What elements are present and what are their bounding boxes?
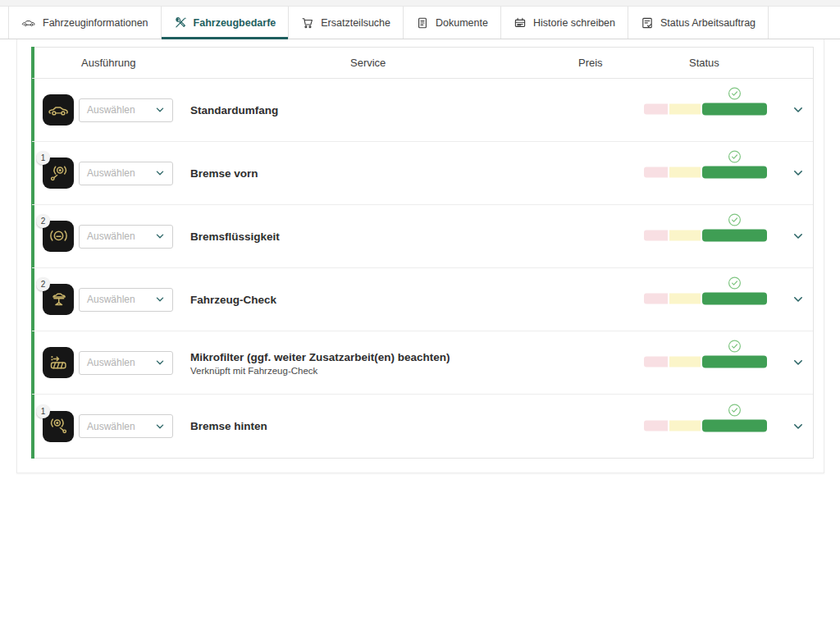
status-segment-green — [702, 230, 767, 242]
check-circle-icon — [728, 213, 742, 227]
brake-rear-icon — [48, 415, 70, 437]
status-segment-red — [644, 231, 668, 241]
service-icon-tile: 2 — [43, 221, 74, 252]
status-bar — [644, 419, 767, 431]
table-row: 1 Auswählen Bremse hinten — [32, 395, 813, 458]
select-placeholder: Auswählen — [87, 231, 155, 242]
column-header-ausfuehrung: Ausführung — [81, 48, 136, 79]
tab-fahrzeuginformationen[interactable]: Fahrzeuginformationen — [8, 7, 162, 39]
chevron-down-icon — [155, 231, 165, 241]
chevron-down-icon — [792, 357, 804, 368]
tab-label: Status Arbeitsauftrag — [660, 17, 756, 29]
select-placeholder: Auswählen — [87, 294, 155, 305]
count-badge: 2 — [36, 277, 50, 291]
ausfuehrung-select[interactable]: Auswählen — [79, 414, 173, 438]
select-placeholder: Auswählen — [87, 421, 155, 432]
status-segment-red — [644, 104, 668, 115]
table-header: Ausführung Service Preis Status — [32, 48, 813, 79]
chevron-down-icon — [155, 422, 165, 431]
status-segment-yellow — [669, 167, 701, 178]
content-frame: Ausführung Service Preis Status Auswähle… — [16, 39, 824, 473]
status-segment-yellow — [669, 294, 701, 304]
count-badge: 2 — [36, 214, 50, 228]
ausfuehrung-select[interactable]: Auswählen — [79, 162, 173, 185]
count-badge: 1 — [36, 404, 50, 418]
status-bar — [644, 293, 767, 305]
check-circle-icon — [728, 87, 742, 101]
expand-row-button[interactable] — [789, 101, 807, 119]
ausfuehrung-select[interactable]: Auswählen — [79, 98, 173, 122]
status-segment-yellow — [669, 357, 701, 368]
status-indicator — [644, 167, 767, 179]
service-table-card: Ausführung Service Preis Status Auswähle… — [31, 47, 814, 459]
check-circle-icon — [728, 150, 742, 164]
status-segment-red — [644, 357, 668, 368]
expand-row-button[interactable] — [789, 227, 807, 245]
status-document-icon — [641, 16, 654, 30]
tab-ersatzteilsuche[interactable]: Ersatzteilsuche — [289, 7, 404, 39]
chevron-down-icon — [155, 358, 165, 368]
table-row: Auswählen Standardumfang — [32, 79, 813, 142]
table-row: Auswählen Mikrofilter (ggf. weiter Zusat… — [32, 331, 813, 395]
chevron-down-icon — [155, 105, 165, 115]
status-segment-yellow — [669, 420, 701, 431]
expand-row-button[interactable] — [789, 290, 807, 308]
history-icon — [514, 16, 527, 30]
status-segment-green — [702, 103, 767, 116]
tab-bar: Fahrzeuginformationen Fahrzeugbedarfe Er… — [0, 7, 840, 39]
column-header-preis: Preis — [578, 48, 603, 79]
expand-row-button[interactable] — [789, 354, 807, 372]
car-icon — [21, 16, 36, 30]
status-indicator — [644, 356, 767, 368]
tab-historie-schreiben[interactable]: Historie schreiben — [501, 7, 628, 39]
table-row: 1 Auswählen Bremse vorn — [32, 142, 813, 205]
service-icon-tile — [43, 94, 74, 126]
ausfuehrung-select[interactable]: Auswählen — [79, 288, 173, 312]
chevron-down-icon — [792, 421, 804, 432]
tab-label: Historie schreiben — [533, 17, 615, 29]
vehicle-lift-icon — [48, 289, 70, 311]
status-segment-red — [644, 294, 668, 304]
count-badge: 1 — [36, 151, 50, 165]
car-icon — [48, 99, 70, 121]
select-placeholder: Auswählen — [87, 167, 155, 179]
tab-label: Fahrzeugbedarfe — [194, 17, 276, 29]
chevron-down-icon — [792, 294, 804, 305]
status-segment-green — [702, 356, 767, 368]
status-indicator — [644, 230, 767, 242]
chevron-down-icon — [792, 104, 804, 116]
status-segment-red — [644, 167, 668, 178]
tab-label: Ersatzteilsuche — [321, 17, 390, 29]
check-circle-icon — [728, 276, 742, 290]
status-bar — [644, 356, 767, 368]
select-placeholder: Auswählen — [87, 104, 155, 116]
status-indicator — [644, 103, 767, 116]
chevron-down-icon — [155, 168, 165, 178]
tab-dokumente[interactable]: Dokumente — [404, 7, 501, 39]
page-top-strip — [0, 0, 840, 7]
status-bar — [644, 103, 767, 116]
column-header-status: Status — [689, 48, 719, 79]
ausfuehrung-select[interactable]: Auswählen — [79, 351, 173, 375]
expand-row-button[interactable] — [789, 418, 807, 436]
select-placeholder: Auswählen — [87, 357, 155, 368]
tab-status-arbeitsauftrag[interactable]: Status Arbeitsauftrag — [628, 7, 769, 39]
status-indicator — [644, 419, 767, 431]
brake-front-icon — [48, 162, 70, 185]
status-segment-yellow — [669, 104, 701, 115]
service-icon-tile: 1 — [43, 411, 74, 442]
service-icon-tile — [43, 347, 74, 378]
status-bar — [644, 167, 767, 179]
tab-label: Dokumente — [436, 17, 488, 29]
status-bar — [644, 230, 767, 242]
status-segment-red — [644, 420, 668, 431]
table-row: 2 Auswählen Bremsflüssigkeit — [32, 205, 813, 268]
tab-fahrzeugbedarfe[interactable]: Fahrzeugbedarfe — [162, 7, 290, 39]
tab-label: Fahrzeuginformationen — [43, 17, 148, 29]
tools-icon — [174, 16, 187, 30]
ausfuehrung-select[interactable]: Auswählen — [79, 225, 173, 249]
chevron-down-icon — [792, 167, 804, 179]
status-segment-green — [702, 293, 767, 305]
status-segment-green — [702, 419, 767, 431]
expand-row-button[interactable] — [789, 164, 807, 182]
